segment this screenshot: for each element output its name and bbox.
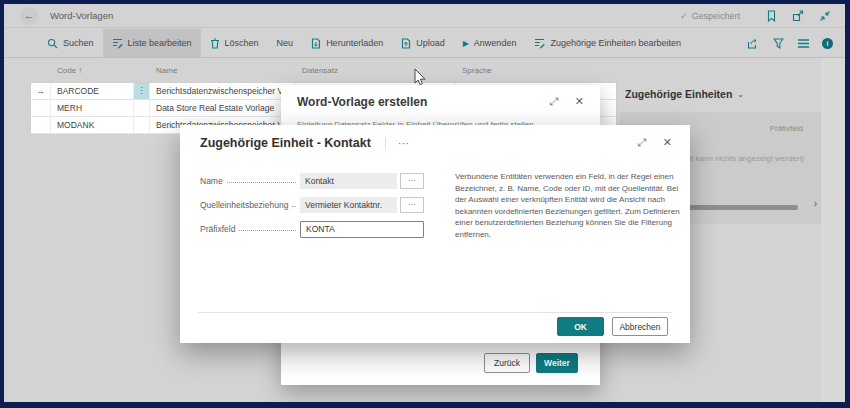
toolbar-item-label: Suchen bbox=[63, 38, 94, 48]
trash-icon bbox=[210, 38, 220, 49]
save-status: ✓ Gespeichert bbox=[680, 11, 740, 21]
save-status-label: Gespeichert bbox=[691, 11, 740, 21]
field-row-name: Name Kontakt ··· bbox=[200, 173, 436, 189]
edit-list-icon bbox=[112, 38, 123, 49]
next-step-button[interactable]: Weiter bbox=[536, 353, 578, 373]
header-actions: ✓ Gespeichert bbox=[680, 4, 831, 28]
edit-entities-icon bbox=[534, 38, 545, 49]
dialog-description: Verbundene Entitäten verwenden ein Feld,… bbox=[455, 171, 683, 240]
column-header-code[interactable]: Code ↑ bbox=[57, 66, 82, 75]
back-step-button[interactable]: Zurück bbox=[484, 353, 530, 373]
back-arrow-icon: ← bbox=[24, 9, 35, 21]
dialog-title: Word-Vorlage erstellen bbox=[297, 95, 427, 109]
toolbar-download-button[interactable]: Herunterladen bbox=[302, 29, 392, 57]
cell-name[interactable]: Berichtsdatenzwischenspeicher Vorlage bbox=[150, 83, 296, 99]
screenshot-frame: ← Word-Vorlagen ✓ Gespeichert Suchen bbox=[0, 0, 850, 408]
upload-icon bbox=[401, 38, 411, 49]
toolbar-items: Suchen Liste bearbeiten Löschen Neu Heru… bbox=[38, 29, 690, 57]
field-row-source-relation: Quelleinheitsbeziehung Vermieter Kontakt… bbox=[200, 197, 436, 213]
dialog-title: Zugehörige Einheit - Kontakt bbox=[200, 136, 371, 150]
popout-window-icon[interactable] bbox=[792, 10, 804, 22]
mouse-cursor bbox=[414, 68, 427, 91]
play-icon: ▶ bbox=[463, 39, 469, 48]
dotted-leader bbox=[227, 182, 296, 183]
toolbar-item-label: Löschen bbox=[225, 38, 259, 48]
app-header: ← Word-Vorlagen ✓ Gespeichert bbox=[4, 4, 845, 28]
field-label: Quelleinheitsbeziehung bbox=[200, 200, 288, 210]
toolbar-edit-list-button[interactable]: Liste bearbeiten bbox=[103, 29, 201, 57]
app-window: ← Word-Vorlagen ✓ Gespeichert Suchen bbox=[4, 4, 845, 402]
cell-name[interactable]: Data Store Real Estate Vorlage bbox=[150, 100, 296, 116]
column-header-language[interactable]: Sprache bbox=[462, 66, 492, 75]
panel-column-prefixfield: Präfixfeld bbox=[770, 124, 803, 133]
column-header-name[interactable]: Name bbox=[156, 66, 177, 75]
source-relation-field[interactable]: Vermieter Kontaktnr. bbox=[300, 197, 397, 213]
download-icon bbox=[311, 38, 321, 49]
page-margin bbox=[821, 58, 845, 402]
collapse-icon[interactable] bbox=[819, 10, 831, 22]
toolbar-item-label: Herunterladen bbox=[326, 38, 383, 48]
filter-icon[interactable] bbox=[772, 37, 784, 49]
cell-code[interactable]: MERH bbox=[51, 100, 134, 116]
toolbar-item-label: Zugehörige Einheiten bearbeiten bbox=[550, 38, 681, 48]
dotted-leader bbox=[239, 230, 296, 231]
field-label: Name bbox=[200, 176, 223, 186]
name-field[interactable]: Kontakt bbox=[300, 173, 397, 189]
back-button[interactable]: ← bbox=[20, 7, 38, 25]
toolbar-apply-button[interactable]: ▶ Anwenden bbox=[454, 29, 526, 57]
check-icon: ✓ bbox=[680, 11, 688, 21]
dotted-leader bbox=[292, 206, 296, 207]
cell-code[interactable]: MODANK bbox=[51, 117, 134, 133]
ok-button[interactable]: OK bbox=[557, 317, 604, 336]
close-dialog-icon[interactable]: ✕ bbox=[663, 136, 672, 149]
field-label: Präfixfeld bbox=[200, 224, 235, 234]
toolbar-item-label: Liste bearbeiten bbox=[128, 38, 192, 48]
close-dialog-icon[interactable]: ✕ bbox=[575, 95, 584, 108]
active-row-icon: → bbox=[31, 83, 51, 99]
toolbar-new-button[interactable]: Neu bbox=[268, 29, 303, 57]
toolbar-item-label: Anwenden bbox=[474, 38, 517, 48]
expand-dialog-icon[interactable]: ⤢ bbox=[637, 136, 646, 149]
expand-dialog-icon[interactable]: ⤢ bbox=[549, 95, 558, 108]
bookmark-icon[interactable] bbox=[765, 10, 777, 22]
toolbar-delete-button[interactable]: Löschen bbox=[201, 29, 268, 57]
related-entities-section-header[interactable]: Zugehörige Einheiten ⌄ bbox=[625, 88, 744, 100]
search-icon bbox=[47, 38, 58, 49]
toolbar-right-icons: i bbox=[747, 29, 833, 57]
toolbar-item-label: Neu bbox=[277, 38, 294, 48]
toolbar-search-button[interactable]: Suchen bbox=[38, 29, 103, 57]
column-header-record[interactable]: Datensatz bbox=[302, 66, 338, 75]
dialog-titlebar: Zugehörige Einheit - Kontakt ··· bbox=[200, 136, 409, 150]
page-title: Word-Vorlagen bbox=[50, 10, 113, 21]
prefix-field-input[interactable] bbox=[300, 221, 424, 238]
more-options-icon[interactable]: ··· bbox=[385, 137, 409, 149]
action-toolbar: Suchen Liste bearbeiten Löschen Neu Heru… bbox=[4, 29, 845, 58]
scroll-right-icon[interactable]: › bbox=[814, 198, 817, 209]
dialog-divider bbox=[198, 312, 672, 313]
related-entity-contact-dialog: Zugehörige Einheit - Kontakt ··· ⤢ ✕ Nam… bbox=[180, 125, 690, 343]
source-relation-lookup-button[interactable]: ··· bbox=[400, 197, 424, 213]
toolbar-item-label: Upload bbox=[416, 38, 445, 48]
toolbar-edit-related-entities-button[interactable]: Zugehörige Einheiten bearbeiten bbox=[525, 29, 690, 57]
chevron-down-icon: ⌄ bbox=[737, 90, 744, 99]
info-icon[interactable]: i bbox=[822, 38, 833, 49]
entity-form: Name Kontakt ··· Quelleinheitsbeziehung … bbox=[200, 173, 436, 245]
cell-code[interactable]: BARCODE bbox=[51, 83, 134, 99]
sort-ascending-icon: ↑ bbox=[78, 66, 82, 75]
list-view-icon[interactable] bbox=[797, 37, 809, 49]
toolbar-upload-button[interactable]: Upload bbox=[392, 29, 454, 57]
name-lookup-button[interactable]: ··· bbox=[400, 173, 424, 189]
field-row-prefix: Präfixfeld bbox=[200, 221, 436, 237]
row-menu-icon[interactable]: ⋮ bbox=[134, 83, 150, 99]
share-icon[interactable] bbox=[747, 37, 759, 49]
cancel-button[interactable]: Abbrechen bbox=[612, 317, 668, 336]
